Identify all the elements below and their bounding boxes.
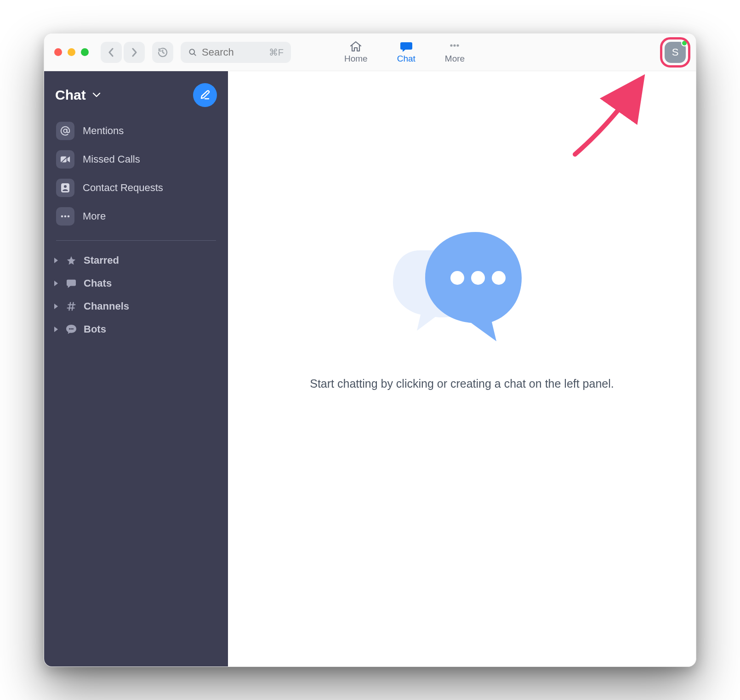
svg-point-5 [63,129,67,132]
svg-point-9 [64,185,67,188]
tab-chat-label: Chat [397,54,416,64]
sidebar-sections: Starred Chats Channels [51,245,222,340]
compose-button[interactable] [193,83,217,107]
tab-home[interactable]: Home [344,34,368,71]
svg-point-19 [72,328,74,329]
empty-state-text: Start chatting by clicking or creating a… [310,377,614,390]
app-window: ⌘F Home Chat More S [44,33,696,667]
tab-home-label: Home [344,54,368,64]
section-bots[interactable]: Bots [51,319,222,340]
svg-point-17 [69,328,70,329]
sidebar-item-label: More [83,210,106,222]
star-icon [65,255,77,265]
svg-point-11 [64,215,67,218]
history-icon [157,47,168,58]
sidebar-item-missed-calls[interactable]: Missed Calls [51,146,222,173]
svg-point-20 [450,271,464,285]
svg-point-22 [492,271,506,285]
forward-button[interactable] [124,42,145,63]
chevron-right-icon [131,48,138,57]
section-label: Chats [84,277,112,289]
tab-more-label: More [445,54,465,64]
ellipsis-icon [448,40,461,52]
sidebar-nav-list: Mentions Missed Calls Contact Requests [51,115,222,232]
home-icon [349,40,363,52]
contact-icon [56,179,74,197]
sidebar-title-dropdown[interactable]: Chat [55,87,101,103]
svg-point-12 [68,215,70,218]
svg-point-10 [61,215,63,218]
bot-speech-icon [65,324,77,334]
search-shortcut: ⌘F [269,47,284,58]
minimize-window-button[interactable] [68,48,75,56]
at-icon [56,122,74,140]
search-icon [188,48,197,57]
section-chats[interactable]: Chats [51,273,222,294]
caret-right-icon [54,281,58,286]
svg-point-3 [454,44,456,46]
sidebar-item-more[interactable]: More [51,203,222,230]
app-body: Chat Mentions Misse [44,71,696,666]
caret-right-icon [54,304,58,309]
back-button[interactable] [101,42,122,63]
svg-line-1 [194,53,196,55]
sidebar-item-label: Missed Calls [83,153,140,165]
svg-point-2 [450,44,453,46]
tab-more[interactable]: More [445,34,465,71]
sidebar-divider [56,240,216,241]
sidebar-item-label: Contact Requests [83,182,163,194]
top-nav: Home Chat More [344,34,465,71]
section-channels[interactable]: Channels [51,296,222,317]
history-button[interactable] [152,42,173,63]
ellipsis-icon [56,207,74,226]
search-field[interactable]: ⌘F [181,42,291,63]
presence-indicator [681,40,688,46]
titlebar: ⌘F Home Chat More S [44,34,696,71]
sidebar-item-mentions[interactable]: Mentions [51,117,222,145]
section-label: Bots [84,323,106,335]
zoom-window-button[interactable] [81,48,89,56]
section-starred[interactable]: Starred [51,250,222,271]
caret-right-icon [54,258,58,263]
main-panel: Start chatting by clicking or creating a… [228,71,696,666]
svg-point-4 [457,44,459,46]
avatar-initial: S [672,46,679,58]
sidebar-header: Chat [51,79,222,115]
speech-icon [65,279,77,288]
empty-chat-illustration [388,218,535,353]
svg-point-18 [70,328,72,329]
section-label: Starred [84,254,119,266]
close-window-button[interactable] [54,48,62,56]
svg-point-21 [471,271,485,285]
profile-avatar[interactable]: S [665,42,686,63]
svg-line-15 [69,303,70,310]
chevron-down-icon [92,92,101,98]
svg-rect-6 [61,157,67,163]
tab-chat[interactable]: Chat [397,34,416,71]
chat-bubble-icon [399,40,413,52]
profile-avatar-wrapper: S [665,42,686,63]
svg-line-16 [72,303,74,310]
section-label: Channels [84,300,129,312]
chevron-left-icon [108,48,115,57]
hash-icon [65,301,77,311]
window-controls [54,48,89,56]
sidebar-item-contact-requests[interactable]: Contact Requests [51,174,222,202]
video-off-icon [56,150,74,169]
sidebar-title: Chat [55,87,86,103]
sidebar: Chat Mentions Misse [44,71,228,666]
search-input[interactable] [202,46,264,58]
compose-icon [199,90,211,101]
caret-right-icon [54,327,58,332]
sidebar-item-label: Mentions [83,125,124,137]
